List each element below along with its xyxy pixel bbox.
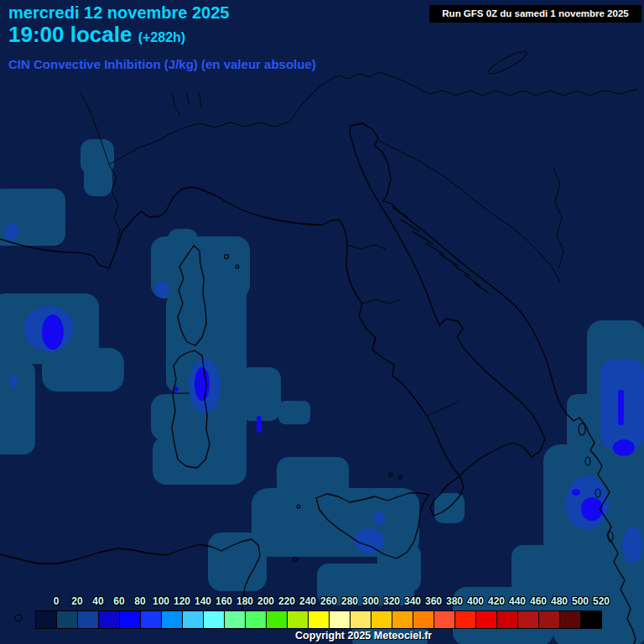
colorbar-cell <box>330 611 351 628</box>
colorbar-label: 280 <box>341 595 358 607</box>
colorbar-cell <box>392 611 413 628</box>
time-line: 19:00 locale (+282h) <box>8 22 185 48</box>
colorbar-label: 520 <box>593 595 610 607</box>
colorbar-label: 180 <box>236 595 253 607</box>
colorbar-cell <box>455 611 476 628</box>
colorbar-cell <box>57 611 78 628</box>
colorbar-cell <box>413 611 434 628</box>
colorbar-label: 420 <box>488 595 505 607</box>
run-info-box: Run GFS 0Z du samedi 1 novembre 2025 <box>429 5 641 23</box>
colorbar-label: 240 <box>299 595 316 607</box>
colorbar-cell <box>581 611 601 628</box>
parameter-title: CIN Convective Inhibition (J/kg) (en val… <box>8 57 316 71</box>
colorbar-cell <box>434 611 455 628</box>
forecast-offset: (+282h) <box>138 30 185 44</box>
colorbar-label: 460 <box>530 595 547 607</box>
colorbar-cell <box>141 611 162 628</box>
colorbar-cell <box>246 611 267 628</box>
colorbar-label: 160 <box>216 595 232 607</box>
meteociel-cin-map-screen: mercredi 12 novembre 2025 19:00 locale (… <box>0 0 644 644</box>
colorbar-label: 340 <box>404 595 421 607</box>
lake-balaton <box>486 48 529 77</box>
colorbar-label: 300 <box>362 595 379 607</box>
copyright-label: Copyright 2025 Meteociel.fr <box>295 630 432 641</box>
colorbar-cell <box>497 611 518 628</box>
colorbar-label: 140 <box>195 595 211 607</box>
colorbar-cells <box>35 610 602 629</box>
colorbar-label: 200 <box>257 595 274 607</box>
colorbar-label: 40 <box>92 595 103 607</box>
colorbar-label: 380 <box>446 595 463 607</box>
colorbar-label: 260 <box>320 595 337 607</box>
cin-patches-low <box>0 139 644 644</box>
country-borders <box>80 48 637 416</box>
colorbar-label: 480 <box>551 595 568 607</box>
colorbar-label: 20 <box>71 595 82 607</box>
colorbar-label: 100 <box>153 595 169 607</box>
date-line: mercredi 12 novembre 2025 <box>8 3 230 23</box>
colorbar-cell <box>78 611 99 628</box>
colorbar-cell <box>162 611 183 628</box>
colorbar-cell <box>518 611 539 628</box>
colorbar: 0204060801001201401601802002202402602803… <box>35 595 605 629</box>
colorbar-label: 440 <box>509 595 526 607</box>
colorbar-labels: 0204060801001201401601802002202402602803… <box>35 595 605 609</box>
colorbar-cell <box>371 611 392 628</box>
colorbar-label: 400 <box>467 595 484 607</box>
colorbar-cell <box>183 611 204 628</box>
weather-map <box>0 0 644 644</box>
colorbar-cell <box>539 611 560 628</box>
colorbar-label: 360 <box>425 595 442 607</box>
colorbar-label: 60 <box>113 595 124 607</box>
colorbar-label: 500 <box>572 595 589 607</box>
colorbar-label: 320 <box>383 595 400 607</box>
run-info-label: Run GFS 0Z du samedi 1 novembre 2025 <box>442 8 628 18</box>
colorbar-cell <box>267 611 288 628</box>
colorbar-cell <box>288 611 309 628</box>
colorbar-cell <box>120 611 141 628</box>
colorbar-label: 0 <box>54 595 60 607</box>
local-time: 19:00 locale <box>8 22 132 47</box>
colorbar-cell <box>204 611 225 628</box>
colorbar-cell <box>36 611 57 628</box>
colorbar-cell <box>99 611 120 628</box>
colorbar-label: 220 <box>278 595 295 607</box>
colorbar-label: 120 <box>174 595 190 607</box>
colorbar-cell <box>476 611 497 628</box>
colorbar-label: 80 <box>134 595 145 607</box>
colorbar-cell <box>309 611 330 628</box>
colorbar-cell <box>560 611 581 628</box>
colorbar-cell <box>351 611 371 628</box>
colorbar-cell <box>225 611 246 628</box>
